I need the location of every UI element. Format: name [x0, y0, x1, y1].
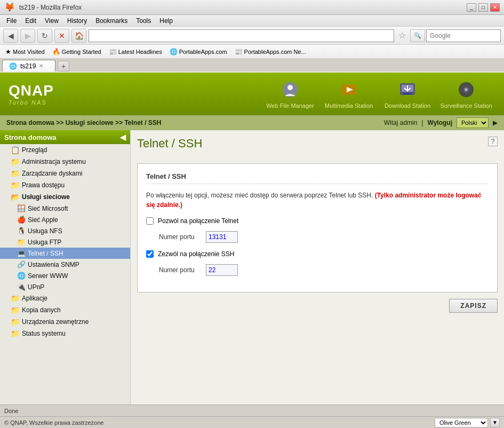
qnap-logo: QNAP Turbo NAS	[9, 82, 54, 106]
surveillance-station-btn[interactable]: Surveillance Station	[437, 75, 495, 113]
sidebar-item-dyski[interactable]: 📁 Zarządzanie dyskami	[0, 168, 130, 179]
web-file-manager-label: Web File Manager	[266, 102, 314, 109]
sidebar-label-microsoft: Sieć Microsoft	[28, 205, 68, 212]
sidebar-label-snmp: Ustawienia SNMP	[28, 261, 79, 268]
sidebar-item-status[interactable]: 📁 Status systemu	[0, 328, 130, 339]
nav-bar: ◀ ▶ ↻ ✕ 🏠 http://192.168.0.3:8080/cgi-bi…	[0, 27, 504, 45]
bookmark-most-visited[interactable]: ★ Most Visited	[3, 47, 47, 57]
tab-close-btn[interactable]: ✕	[39, 63, 43, 69]
surveillance-station-label: Surveillance Station	[440, 102, 492, 109]
bookmark-portableapps[interactable]: 🌐 PortableApps.com	[167, 47, 229, 57]
aplikacje-icon: 📁	[11, 294, 20, 303]
bookmark-portableapps-ne[interactable]: 📰 PortableApps.com Ne...	[233, 47, 308, 57]
multimedia-station-btn[interactable]: Multimedia Station	[319, 75, 378, 113]
menu-bookmarks[interactable]: Bookmarks	[91, 16, 132, 26]
sidebar-item-nfs[interactable]: 🐧 Usługa NFS	[0, 225, 130, 236]
maximize-btn[interactable]: □	[478, 3, 488, 12]
save-btn-row: ZAPISZ	[137, 299, 498, 313]
portableapps-icon: 🌐	[170, 48, 178, 56]
menu-tools[interactable]: Tools	[132, 16, 155, 26]
telnet-ssh-section: Telnet / SSH Po włączeniu tej opcji, moż…	[137, 163, 498, 292]
prawa-icon: 📁	[11, 181, 20, 189]
menu-file[interactable]: File	[2, 16, 21, 26]
sidebar-item-www[interactable]: 🌐 Serwer WWW	[0, 270, 130, 281]
window-controls: _ □ ✕	[467, 3, 500, 12]
menu-history[interactable]: History	[63, 16, 91, 26]
sidebar-item-uslugi[interactable]: 📂 Usługi sieciowe	[0, 191, 130, 203]
tab-ts219[interactable]: 🌐 ts219 ✕	[2, 60, 55, 72]
logout-link[interactable]: Wyloguj	[428, 119, 452, 126]
stop-btn[interactable]: ✕	[54, 29, 69, 43]
administracja-icon: 📁	[11, 157, 20, 166]
menu-edit[interactable]: Edit	[21, 16, 41, 26]
telnet-port-row: Numer portu 13131	[159, 231, 489, 243]
sidebar-item-ftp[interactable]: 📁 Usługa FTP	[0, 236, 130, 248]
www-icon: 🌐	[17, 272, 26, 280]
welcome-text: Witaj admin	[384, 119, 418, 126]
sidebar-item-przeglad[interactable]: 📋 Przegląd	[0, 144, 130, 156]
forward-btn[interactable]: ▶	[20, 29, 35, 43]
search-engine-icon[interactable]: 🔍	[410, 29, 425, 42]
new-tab-btn[interactable]: +	[58, 61, 69, 72]
sidebar-toggle-btn[interactable]: ◀	[120, 133, 126, 141]
ftp-icon: 📁	[17, 238, 26, 246]
telnet-label[interactable]: Pozwól na połączenie Telnet	[158, 217, 238, 225]
page-title: Telnet / SSH	[137, 137, 202, 153]
browser-title-bar: 🦊 ts219 - Mozilla Firefox _ □ ✕	[0, 0, 504, 15]
download-station-btn[interactable]: Download Station	[378, 75, 437, 113]
sidebar-item-urzadzenia[interactable]: 📁 Urządzenia zewnętrzne	[0, 316, 130, 328]
sidebar-item-prawa[interactable]: 📁 Prawa dostępu	[0, 179, 130, 191]
help-btn[interactable]: ?	[488, 137, 498, 146]
web-file-manager-icon	[279, 79, 301, 100]
telnet-checkbox[interactable]	[146, 217, 154, 225]
breadcrumb-separator: |	[421, 119, 423, 126]
language-select[interactable]: Polski	[457, 117, 489, 128]
ssh-port-input[interactable]: 22	[206, 264, 238, 276]
theme-select[interactable]: Olive Green	[435, 418, 488, 427]
apple-icon: 🍎	[17, 216, 26, 224]
sidebar-title: Strona domowa	[4, 133, 57, 141]
address-bar[interactable]: http://192.168.0.3:8080/cgi-bin/index.cg…	[89, 29, 394, 42]
sidebar-label-dyski: Zarządzanie dyskami	[22, 170, 82, 177]
status-icon: 📁	[11, 329, 20, 338]
headlines-icon: 📰	[109, 48, 117, 56]
save-button[interactable]: ZAPISZ	[449, 299, 498, 313]
sidebar-item-apple[interactable]: 🍎 Sieć Apple	[0, 214, 130, 225]
bookmark-getting-started[interactable]: 🔥 Getting Started	[50, 47, 103, 57]
upnp-icon: 🔌	[17, 283, 26, 291]
sidebar-item-snmp[interactable]: 🔗 Ustawienia SNMP	[0, 259, 130, 270]
sidebar-item-kopia[interactable]: 📁 Kopia danych	[0, 304, 130, 316]
ssh-checkbox[interactable]	[146, 250, 154, 258]
download-station-icon	[397, 79, 418, 100]
bookmark-latest-headlines[interactable]: 📰 Latest Headlines	[107, 47, 164, 57]
back-btn[interactable]: ◀	[3, 29, 18, 43]
menu-help[interactable]: Help	[155, 16, 177, 26]
sidebar-label-prawa: Prawa dostępu	[22, 181, 65, 189]
sidebar-item-telnet-ssh[interactable]: 💻 Telnet / SSH	[0, 248, 130, 259]
svg-rect-6	[403, 93, 412, 94]
theme-arrow-btn[interactable]: ▼	[490, 418, 500, 427]
browser-title: ts219 - Mozilla Firefox	[19, 4, 82, 11]
bookmark-star[interactable]: ☆	[396, 30, 408, 41]
qnap-nav-icons: Web File Manager Multimedia Station	[261, 75, 495, 113]
ssh-label[interactable]: Zezwól na połączenie SSH	[158, 250, 234, 258]
sidebar-label-upnp: UPnP	[28, 283, 44, 291]
ssh-port-label: Numer portu	[159, 266, 202, 274]
status-right: Olive Green ▼	[435, 418, 500, 427]
sidebar-item-microsoft[interactable]: 🪟 Sieć Microsoft	[0, 203, 130, 214]
search-box[interactable]	[426, 29, 501, 42]
nfs-icon: 🐧	[17, 227, 26, 235]
breadcrumb-user-area: Witaj admin | Wyloguj Polski ▶	[384, 117, 498, 128]
close-btn[interactable]: ✕	[490, 3, 500, 12]
refresh-btn[interactable]: ↻	[37, 29, 52, 43]
qnap-logo-sub: Turbo NAS	[9, 99, 54, 106]
home-btn[interactable]: 🏠	[71, 29, 86, 43]
sidebar-item-upnp[interactable]: 🔌 UPnP	[0, 281, 130, 292]
minimize-btn[interactable]: _	[467, 3, 476, 12]
sidebar-item-administracja[interactable]: 📁 Administracja systemu	[0, 156, 130, 168]
menu-view[interactable]: View	[41, 16, 63, 26]
sidebar-label-apple: Sieć Apple	[28, 216, 58, 224]
sidebar-item-aplikacje[interactable]: 📁 Aplikacje	[0, 292, 130, 304]
web-file-manager-btn[interactable]: Web File Manager	[261, 75, 319, 113]
telnet-port-input[interactable]: 13131	[206, 231, 238, 243]
